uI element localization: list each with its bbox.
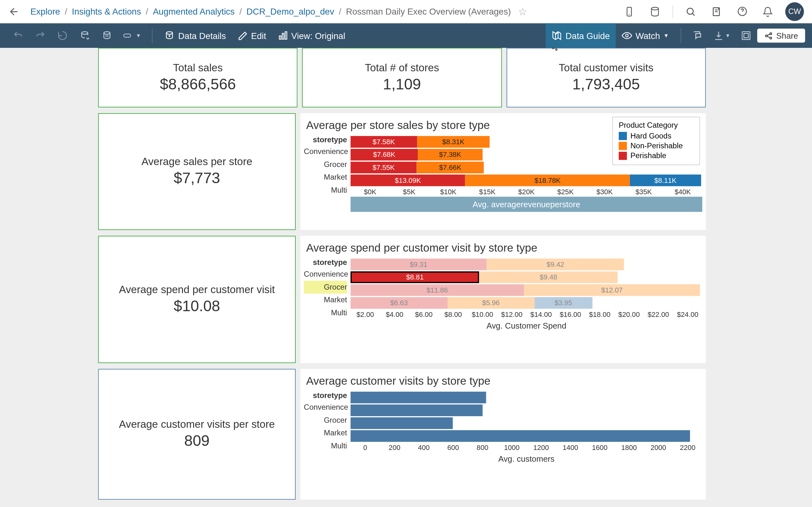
chart-category: Market — [304, 294, 347, 307]
chart-bar-row[interactable]: $6.63$5.96$3.95 — [351, 297, 702, 309]
chart-category: Multi — [304, 184, 347, 197]
chart-bar-segment[interactable]: $9.42 — [487, 259, 624, 270]
chart-bar[interactable] — [351, 430, 690, 442]
chart-bar-row[interactable]: $7.68K$7.38K — [351, 148, 702, 161]
device-preview-icon[interactable] — [621, 3, 638, 20]
svg-rect-23 — [744, 33, 748, 38]
undo-icon[interactable] — [8, 26, 28, 46]
chart-card: Average per store sales by store typePro… — [300, 113, 706, 230]
search-icon[interactable] — [682, 3, 699, 20]
svg-line-28 — [767, 36, 770, 38]
chart-card: Average customer visits by store typesto… — [300, 369, 706, 500]
chart-bar-row[interactable]: $11.86$12.07 — [351, 284, 702, 297]
chart-bar-segment[interactable]: $7.38K — [418, 149, 483, 161]
kpi-card[interactable]: Total customer visits1,793,405 — [506, 48, 706, 107]
chart-bar-segment[interactable]: $6.63 — [351, 297, 447, 309]
revert-icon[interactable] — [53, 26, 72, 46]
favorite-star-icon[interactable]: ☆ — [518, 5, 527, 18]
chart-bar[interactable] — [351, 405, 483, 416]
chart-bar-segment[interactable]: $3.95 — [535, 297, 592, 309]
chart-bar-segment[interactable]: $18.78K — [465, 175, 630, 186]
chart-bar-segment[interactable]: $9.48 — [479, 272, 618, 283]
svg-point-11 — [82, 32, 88, 34]
pause-data-icon[interactable] — [97, 26, 117, 46]
chart-bar-segment[interactable]: $7.55K — [351, 162, 417, 173]
chart-bar-row[interactable] — [351, 391, 702, 404]
back-arrow-icon[interactable] — [8, 5, 20, 17]
breadcrumb-bar: Explore / Insights & Actions / Augmented… — [0, 0, 812, 23]
svg-point-17 — [169, 36, 170, 37]
chart-bar-row[interactable]: $7.58K$8.31K — [351, 135, 702, 148]
breadcrumb-project[interactable]: DCR_Demo_alpo_dev — [247, 6, 334, 16]
kpi-value: $10.08 — [174, 297, 220, 315]
chart-bar-row[interactable]: $9.31$9.42 — [351, 258, 702, 271]
svg-point-8 — [718, 8, 720, 10]
chart-bar-row[interactable] — [351, 404, 702, 417]
side-kpi-card[interactable]: Average spend per customer visit$10.08 — [98, 236, 296, 363]
kpi-label: Total # of stores — [365, 62, 439, 74]
toolbar: ▼ Data Details Edit View: Original Data … — [0, 23, 812, 48]
chart-bar-segment[interactable]: $7.58K — [351, 136, 417, 148]
user-avatar[interactable]: CW — [785, 2, 804, 20]
chart-bar-row[interactable]: $8.81$9.48 — [351, 271, 702, 284]
breadcrumb-insights[interactable]: Insights & Actions — [72, 6, 141, 16]
chart-bar-segment[interactable]: $7.68K — [351, 149, 418, 161]
edit-button[interactable]: Edit — [232, 23, 272, 48]
chart-category: Convenience — [304, 401, 347, 414]
side-kpi-card[interactable]: Average customer visits per store809 — [98, 369, 296, 500]
chart-bar-segment[interactable]: $5.96 — [448, 297, 535, 309]
download-icon[interactable]: ▼ — [710, 26, 734, 46]
help-icon[interactable] — [734, 3, 751, 20]
chart-bar[interactable] — [351, 392, 486, 403]
svg-line-27 — [767, 34, 770, 36]
chart-bar-row[interactable]: $7.55K$7.66K — [351, 161, 702, 174]
kpi-label: Average customer visits per store — [119, 418, 275, 431]
svg-line-4 — [693, 13, 694, 15]
chart-category: Multi — [304, 440, 347, 452]
chart-category: Convenience — [304, 268, 347, 281]
comments-icon[interactable] — [688, 26, 708, 46]
notifications-icon[interactable] — [760, 3, 776, 20]
list-icon[interactable] — [708, 3, 725, 20]
breadcrumb-current: Rossman Daily Exec Overview (Averages) — [346, 6, 511, 16]
chart-category: Market — [304, 427, 347, 440]
redo-icon[interactable] — [31, 26, 50, 46]
kpi-label: Average spend per customer visit — [119, 284, 275, 296]
breadcrumb-augmented[interactable]: Augmented Analytics — [153, 6, 235, 16]
kpi-value: 1,793,405 — [572, 75, 640, 94]
chart-bar-segment[interactable]: $12.07 — [524, 284, 700, 296]
refresh-data-icon[interactable] — [75, 26, 95, 46]
kpi-card[interactable]: Total sales$8,866,566 — [98, 48, 298, 107]
chart-bar-row[interactable] — [351, 417, 702, 430]
chart-card: Average spend per customer visit by stor… — [300, 236, 706, 363]
chart-category: Grocer — [304, 281, 347, 294]
chart-bar-segment[interactable]: $8.81 — [351, 272, 479, 283]
view-original-button[interactable]: View: Original — [272, 23, 351, 48]
chart-category: Grocer — [304, 414, 347, 427]
chart-bar[interactable] — [351, 417, 452, 429]
fullscreen-icon[interactable] — [736, 26, 756, 46]
chart-title: Average customer visits by store type — [306, 375, 702, 388]
data-details-button[interactable]: Data Details — [158, 23, 232, 48]
chart-bar-row[interactable] — [351, 430, 702, 443]
kpi-label: Total customer visits — [559, 62, 653, 74]
watch-button[interactable]: Watch ▼ — [616, 23, 675, 48]
chart-bar-segment[interactable]: $7.66K — [417, 162, 484, 173]
chart-bar-segment[interactable]: $8.11K — [630, 175, 701, 186]
chart-bar-segment[interactable]: $13.09K — [351, 175, 465, 186]
data-guide-button[interactable]: Data Guide — [546, 23, 616, 48]
breadcrumb-explore[interactable]: Explore — [31, 6, 60, 16]
chart-bar-segment[interactable]: $8.31K — [417, 136, 490, 148]
share-button[interactable]: Share — [757, 29, 805, 43]
chart-xlabel-band: Avg. averagerevenueperstore — [351, 197, 702, 212]
chart-bar-row[interactable]: $13.09K$18.78K$8.11K — [351, 174, 702, 187]
kpi-card[interactable]: Total # of stores1,109 — [302, 48, 502, 107]
svg-rect-22 — [742, 32, 750, 40]
svg-rect-19 — [282, 33, 284, 39]
view-dropdown-icon[interactable]: ▼ — [119, 26, 145, 46]
chart-bar-segment[interactable]: $9.31 — [351, 259, 487, 270]
chart-bar-segment[interactable]: $11.86 — [351, 284, 524, 296]
data-source-icon[interactable] — [647, 3, 663, 20]
side-kpi-card[interactable]: Average sales per store$7,773 — [98, 113, 296, 230]
kpi-label: Total sales — [173, 62, 223, 74]
